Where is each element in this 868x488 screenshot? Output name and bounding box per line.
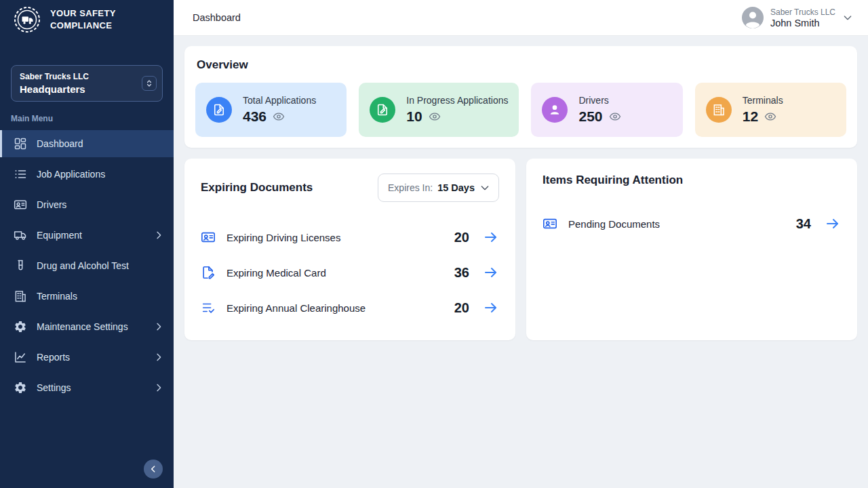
expiring-row-label: Expiring Medical Card bbox=[226, 267, 454, 279]
arrow-right-icon[interactable] bbox=[483, 300, 499, 316]
expiring-row-medical-card: Expiring Medical Card 36 bbox=[201, 255, 499, 290]
sidebar-item-reports[interactable]: Reports bbox=[0, 344, 174, 371]
stat-card-total-applications: Total Applications 436 bbox=[195, 83, 347, 137]
eye-icon[interactable] bbox=[764, 110, 776, 123]
sidebar-item-label: Drivers bbox=[37, 199, 164, 210]
attention-list: Pending Documents 34 bbox=[542, 206, 841, 241]
gear-icon bbox=[14, 381, 27, 394]
stat-card-terminals: Terminals 12 bbox=[695, 83, 846, 137]
building-icon bbox=[706, 97, 732, 123]
chevron-up-down-icon bbox=[142, 76, 157, 91]
chevron-left-icon bbox=[149, 464, 158, 474]
stat-card-in-progress-applications: In Progress Applications 10 bbox=[359, 83, 519, 137]
user-text: Saber Trucks LLC John Smith bbox=[770, 7, 835, 28]
company-selector[interactable]: Saber Trucks LLC Headquarters bbox=[11, 65, 163, 102]
sidebar-section-label: Main Menu bbox=[11, 114, 163, 123]
sidebar-collapse-button[interactable] bbox=[144, 460, 163, 479]
stat-value: 12 bbox=[743, 108, 758, 125]
brand-logo-icon bbox=[14, 6, 41, 33]
list-icon bbox=[14, 167, 27, 181]
sidebar-item-drivers[interactable]: Drivers bbox=[0, 191, 174, 218]
stat-value: 10 bbox=[406, 108, 422, 125]
id-card-icon bbox=[542, 216, 559, 231]
eye-icon[interactable] bbox=[609, 110, 621, 123]
expiring-documents-list: Expiring Driving Licenses 20 Expiring Me… bbox=[201, 220, 499, 325]
expiring-row-count: 20 bbox=[454, 230, 469, 245]
chevron-right-icon bbox=[153, 230, 164, 241]
sidebar-item-label: Equipment bbox=[37, 230, 144, 241]
arrow-right-icon[interactable] bbox=[483, 264, 499, 281]
page-title: Dashboard bbox=[193, 12, 241, 23]
eye-icon[interactable] bbox=[273, 110, 285, 123]
attention-row-count: 34 bbox=[796, 216, 811, 232]
id-card-icon bbox=[14, 198, 27, 211]
overview-title: Overview bbox=[195, 58, 846, 72]
chevron-right-icon bbox=[153, 321, 164, 332]
sidebar-item-settings[interactable]: Settings bbox=[0, 374, 174, 401]
sidebar-item-maintenance-settings[interactable]: Maintenance Settings bbox=[0, 313, 174, 340]
sidebar-item-drug-and-alcohol-test[interactable]: Drug and Alcohol Test bbox=[0, 252, 174, 279]
person-icon bbox=[542, 97, 568, 123]
expires-in-select[interactable]: Expires In: 15 Days bbox=[378, 174, 499, 202]
sidebar-item-label: Terminals bbox=[37, 291, 164, 302]
chevron-down-icon bbox=[842, 12, 853, 23]
user-name: John Smith bbox=[770, 18, 835, 28]
chevron-down-icon bbox=[479, 182, 490, 193]
chart-icon bbox=[14, 350, 27, 364]
building-icon bbox=[14, 289, 27, 303]
dashboard-icon bbox=[14, 137, 27, 150]
sidebar-item-label: Drug and Alcohol Test bbox=[37, 260, 164, 271]
stat-text: Total Applications 436 bbox=[243, 95, 316, 125]
sidebar-item-equipment[interactable]: Equipment bbox=[0, 222, 174, 249]
attention-row-label: Pending Documents bbox=[568, 218, 796, 230]
sidebar-item-label: Settings bbox=[37, 382, 144, 393]
overview-card: Overview Total Applications 436 bbox=[184, 46, 857, 148]
id-card-icon bbox=[201, 230, 217, 245]
stat-text: Drivers 250 bbox=[578, 95, 620, 125]
brand-name: YOUR SAFETY COMPLIANCE bbox=[50, 7, 116, 32]
stats-row: Total Applications 436 In Progress Appli… bbox=[195, 83, 846, 137]
user-company: Saber Trucks LLC bbox=[770, 7, 835, 17]
sidebar-item-label: Dashboard bbox=[37, 138, 164, 149]
sidebar: YOUR SAFETY COMPLIANCE Saber Trucks LLC … bbox=[0, 0, 174, 488]
main-content: Overview Total Applications 436 bbox=[174, 36, 868, 488]
truck-icon bbox=[14, 228, 27, 242]
eye-icon[interactable] bbox=[429, 110, 441, 123]
company-selector-location: Headquarters bbox=[20, 83, 135, 95]
stat-label: Total Applications bbox=[243, 95, 316, 106]
stat-value: 250 bbox=[578, 108, 602, 125]
sidebar-menu: Dashboard Job Applications Drivers Equip… bbox=[0, 130, 174, 401]
expires-in-value: 15 Days bbox=[437, 182, 475, 193]
brand-name-line1: YOUR SAFETY bbox=[50, 7, 116, 20]
arrow-right-icon[interactable] bbox=[483, 229, 499, 245]
user-menu[interactable]: Saber Trucks LLC John Smith bbox=[742, 7, 853, 28]
sidebar-item-terminals[interactable]: Terminals bbox=[0, 283, 174, 310]
expires-in-label: Expires In: bbox=[388, 182, 433, 193]
stat-value: 436 bbox=[243, 108, 267, 125]
stat-text: Terminals 12 bbox=[743, 95, 783, 125]
sidebar-item-label: Maintenance Settings bbox=[37, 321, 144, 332]
sidebar-item-label: Reports bbox=[37, 352, 144, 363]
topbar: Dashboard Saber Trucks LLC John Smith bbox=[174, 0, 868, 36]
items-requiring-attention-title: Items Requiring Attention bbox=[542, 174, 683, 187]
file-edit-icon bbox=[206, 97, 232, 123]
stat-text: In Progress Applications 10 bbox=[406, 95, 508, 125]
vial-icon bbox=[14, 259, 27, 272]
sidebar-item-job-applications[interactable]: Job Applications bbox=[0, 161, 174, 188]
expiring-row-driving-licenses: Expiring Driving Licenses 20 bbox=[201, 220, 499, 255]
expiring-row-label: Expiring Annual Clearinghouse bbox=[226, 302, 454, 314]
gear-icon bbox=[14, 320, 27, 333]
list-check-icon bbox=[201, 300, 217, 315]
expiring-documents-card: Expiring Documents Expires In: 15 Days E… bbox=[184, 159, 515, 340]
items-requiring-attention-card: Items Requiring Attention Pending Docume… bbox=[526, 159, 857, 340]
attention-row-pending-documents: Pending Documents 34 bbox=[542, 206, 841, 241]
company-selector-company: Saber Trucks LLC bbox=[20, 72, 135, 81]
expiring-documents-title: Expiring Documents bbox=[201, 181, 313, 195]
expiring-row-count: 36 bbox=[454, 265, 469, 281]
sidebar-item-dashboard[interactable]: Dashboard bbox=[0, 130, 174, 157]
expiring-row-count: 20 bbox=[454, 300, 469, 316]
arrow-right-icon[interactable] bbox=[825, 216, 841, 232]
expiring-row-label: Expiring Driving Licenses bbox=[226, 232, 454, 243]
brand-name-line2: COMPLIANCE bbox=[50, 20, 116, 32]
sidebar-item-label: Job Applications bbox=[37, 169, 164, 180]
